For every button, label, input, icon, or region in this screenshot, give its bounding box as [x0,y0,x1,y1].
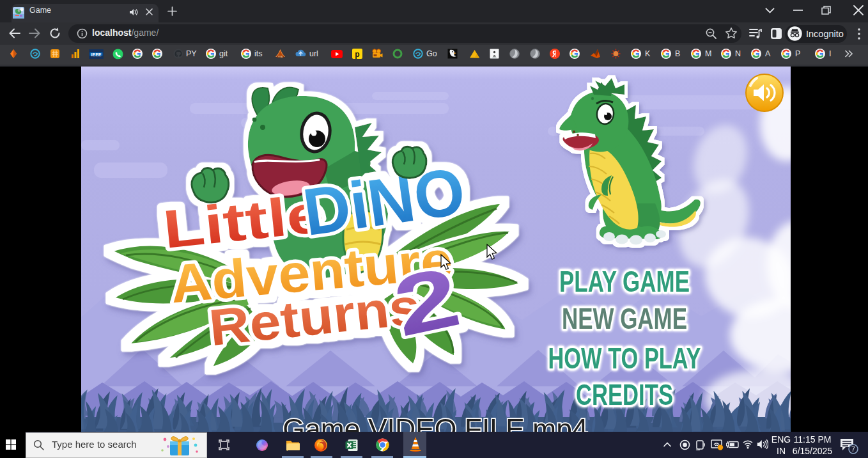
svg-text:7: 7 [851,445,855,453]
svg-text:p: p [355,50,359,59]
svg-text:PLAY GAME: PLAY GAME [559,265,690,298]
svg-text:NEW GAME: NEW GAME [562,302,687,335]
svg-text:CREDITS: CREDITS [576,378,673,411]
svg-text:HOW TO PLAY: HOW TO PLAY [548,342,701,375]
svg-text:Game VIDEO FILE mp4: Game VIDEO FILE mp4 [283,413,587,432]
svg-text:PRA: PRA [278,56,283,58]
svg-text:IEEE: IEEE [91,52,102,57]
